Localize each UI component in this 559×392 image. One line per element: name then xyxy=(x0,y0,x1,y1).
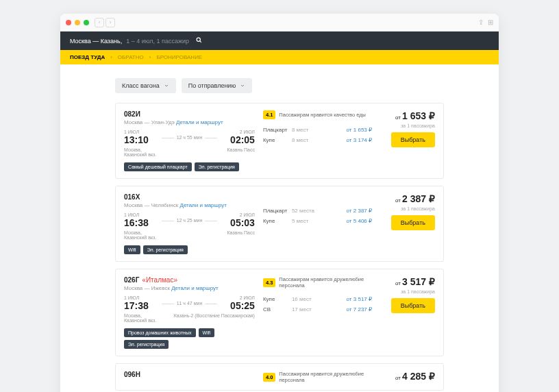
tag: Эл. регистрация xyxy=(143,245,188,254)
maximize-icon[interactable] xyxy=(84,20,89,25)
train-tags: Самый дешевый плацкартЭл. регистрация xyxy=(124,162,255,171)
class-seats: 8 мест xyxy=(292,137,347,143)
train-info: 016Х Москва — Челябинск Детали и маршрут… xyxy=(124,193,255,254)
train-info: 096Н xyxy=(124,371,255,389)
departure-date: 1 ИЮЛ xyxy=(124,295,149,300)
class-seats: 52 места xyxy=(292,208,347,214)
traffic-lights xyxy=(66,20,89,25)
per-passenger: за 1 пассажира xyxy=(380,206,435,211)
train-info: 026Г «Италмас» Москва — Ижевск Детали и … xyxy=(124,276,255,349)
arrival-time: 05:03 xyxy=(230,217,255,228)
route-details-link[interactable]: Детали и маршрут xyxy=(176,119,223,125)
per-passenger: за 1 пассажира xyxy=(380,123,435,128)
chevron-right-icon: › xyxy=(110,54,112,60)
arrival-station: Казань-2 (Восстание Пассажирская) xyxy=(174,313,255,323)
train-number: 026Г xyxy=(124,276,139,284)
breadcrumb-step-active: ПОЕЗД ТУДА xyxy=(70,54,105,60)
train-list: 082И Москва — Улан-Удэ Детали и маршрут … xyxy=(115,103,444,391)
price-block: от 3 517 ₽ за 1 пассажира Выбрать xyxy=(380,276,435,349)
trip-duration: 12 ч 55 мин xyxy=(149,135,230,140)
breadcrumb: ПОЕЗД ТУДА › ОБРАТНО › БРОНИРОВАНИЕ xyxy=(60,50,499,64)
class-name: Купе xyxy=(263,218,292,224)
close-icon[interactable] xyxy=(66,20,71,25)
train-number: 082И xyxy=(124,110,140,118)
train-number: 016Х xyxy=(124,193,140,201)
class-row[interactable]: Плацкарт8 местот 1 653 ₽ xyxy=(263,125,372,135)
class-price: от 7 237 ₽ xyxy=(347,306,372,313)
filter-label: По отправлению xyxy=(188,82,236,89)
route-details-link[interactable]: Детали и маршрут xyxy=(179,202,227,208)
chevron-down-icon xyxy=(240,83,245,88)
class-price: от 1 653 ₽ xyxy=(347,127,372,133)
route-text: Москва — Улан-Удэ Детали и маршрут xyxy=(124,119,255,125)
class-price: от 3 517 ₽ xyxy=(347,296,372,302)
tag: Провоз домашних животных xyxy=(124,328,196,337)
departure-date: 1 ИЮЛ xyxy=(124,130,149,134)
class-row[interactable]: Купе16 местот 3 517 ₽ xyxy=(263,294,372,304)
price-from-label: от xyxy=(395,197,402,204)
search-header[interactable]: Москва — Казань, 1 – 4 июл, 1 пассажир xyxy=(60,32,499,50)
class-name: Купе xyxy=(263,296,292,302)
train-card: 016Х Москва — Челябинск Детали и маршрут… xyxy=(115,186,444,262)
price-from-label: от xyxy=(395,114,402,121)
browser-chrome: ‹ › ⇪ ⊞ xyxy=(60,14,499,32)
svg-point-0 xyxy=(197,38,200,41)
arrival-date: 2 ИЮЛ xyxy=(230,212,255,217)
class-row[interactable]: Плацкарт52 местаот 2 387 ₽ xyxy=(263,206,372,216)
filter-wagon-class[interactable]: Класс вагона xyxy=(115,78,176,93)
per-passenger: за 1 пассажира xyxy=(380,289,435,294)
tag: Эл. регистрация xyxy=(124,340,169,349)
class-options: 4.1Пассажирам нравится качество еды Плац… xyxy=(263,110,372,171)
departure-time: 17:38 xyxy=(124,300,149,311)
class-options: 4.0Пассажирам нравится дружелюбие персон… xyxy=(263,371,372,389)
route-text: Москва — Челябинск Детали и маршрут xyxy=(124,202,255,208)
back-button[interactable]: ‹ xyxy=(95,18,104,27)
share-icon[interactable]: ⇪ xyxy=(478,19,484,26)
tag: Самый дешевый плацкарт xyxy=(124,162,192,171)
browser-window: ‹ › ⇪ ⊞ Москва — Казань, 1 – 4 июл, 1 па… xyxy=(60,14,499,392)
results-content: Класс вагона По отправлению 082И Москва … xyxy=(60,64,499,392)
class-row[interactable]: СВ17 местот 7 237 ₽ xyxy=(263,304,372,315)
forward-button[interactable]: › xyxy=(105,18,115,27)
departure-station: Москва, Казанский вкз. xyxy=(124,230,156,240)
class-seats: 16 мест xyxy=(292,296,347,302)
class-options: Плацкарт52 местаот 2 387 ₽Купе5 местот 5… xyxy=(263,193,372,254)
class-row[interactable]: Купе8 местот 3 174 ₽ xyxy=(263,135,372,145)
rating-badge: 4.3 xyxy=(263,278,275,287)
train-number: 096Н xyxy=(124,371,140,378)
route-details-link[interactable]: Детали и маршрут xyxy=(171,285,219,291)
tag: Эл. регистрация xyxy=(195,162,239,171)
arrival-date: 2 ИЮЛ xyxy=(230,295,255,300)
arrival-time: 05:25 xyxy=(230,300,255,311)
select-button[interactable]: Выбрать xyxy=(391,215,435,230)
filter-label: Класс вагона xyxy=(122,82,160,89)
departure-station: Москва, Казанский вкз. xyxy=(124,147,156,157)
arrival-time: 02:05 xyxy=(230,134,255,145)
train-name: «Италмас» xyxy=(142,276,177,284)
price-value: 3 517 ₽ xyxy=(402,276,435,287)
breadcrumb-step: БРОНИРОВАНИЕ xyxy=(156,54,202,60)
class-seats: 17 мест xyxy=(292,306,347,313)
select-button[interactable]: Выбрать xyxy=(391,132,435,147)
breadcrumb-step: ОБРАТНО xyxy=(118,54,144,60)
header-detail: 1 – 4 июл, 1 пассажир xyxy=(126,38,189,45)
chevron-down-icon xyxy=(164,83,169,88)
search-icon[interactable] xyxy=(196,37,202,45)
tabs-icon[interactable]: ⊞ xyxy=(488,19,493,26)
price-from-label: от xyxy=(395,375,402,381)
class-price: от 5 406 ₽ xyxy=(347,218,372,224)
price-block: от 2 387 ₽ за 1 пассажира Выбрать xyxy=(380,193,435,254)
train-info: 082И Москва — Улан-Удэ Детали и маршрут … xyxy=(124,110,255,171)
select-button[interactable]: Выбрать xyxy=(391,298,435,313)
class-row[interactable]: Купе5 местот 5 406 ₽ xyxy=(263,216,372,226)
filter-sort[interactable]: По отправлению xyxy=(182,78,252,93)
price-value: 4 285 ₽ xyxy=(402,371,435,382)
train-card: 026Г «Италмас» Москва — Ижевск Детали и … xyxy=(115,269,444,356)
trip-duration: 11 ч 47 мин xyxy=(149,301,230,306)
class-name: Купе xyxy=(263,137,292,143)
class-name: Плацкарт xyxy=(263,127,292,133)
departure-time: 16:38 xyxy=(124,217,149,228)
class-seats: 8 мест xyxy=(292,127,347,133)
arrival-station: Казань Пасс xyxy=(227,147,255,157)
minimize-icon[interactable] xyxy=(75,20,80,25)
